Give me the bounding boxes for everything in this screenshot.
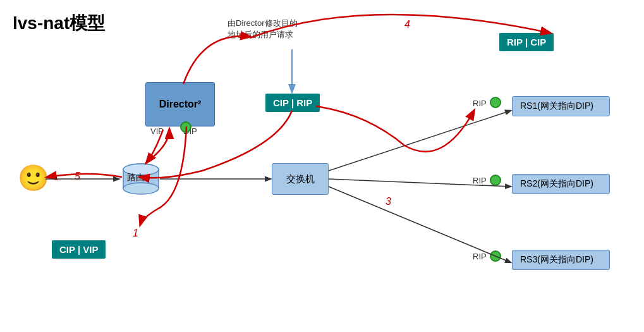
rs3-green-dot	[490, 250, 501, 262]
rip-cip-top-box: RIP | CIP	[499, 33, 554, 51]
label-3: 3	[386, 196, 391, 207]
rs3-box: RS3(网关指向DIP)	[512, 250, 610, 270]
svg-point-4	[123, 183, 159, 194]
director-box: Director²	[145, 82, 215, 126]
rs1-box: RS1(网关指向DIP)	[512, 96, 610, 116]
router-label: 路由	[127, 172, 145, 183]
switch-box: 交换机	[272, 163, 329, 195]
router-shape: 路由	[122, 163, 160, 200]
annotation-text: 由Director修改目的地址后的用户请求	[228, 18, 298, 40]
diagram: lvs-nat模型 由Director修改目的地址后的用户请求 4 RIP | …	[0, 0, 644, 332]
rs1-green-dot	[490, 97, 501, 108]
rs2-green-dot	[490, 175, 501, 186]
label-4: 4	[404, 19, 410, 30]
smiley-icon: 🙂	[18, 163, 49, 193]
rip2-label: RIP	[473, 176, 487, 185]
rip3-label: RIP	[473, 252, 487, 261]
svg-line-9	[329, 111, 511, 171]
svg-line-11	[329, 187, 511, 262]
cip-vip-bot-box: CIP | VIP	[52, 240, 106, 259]
director-green-dot	[180, 121, 191, 133]
label-5: 5	[75, 171, 80, 182]
label-1: 1	[133, 228, 138, 239]
page-title: lvs-nat模型	[13, 11, 105, 35]
rip1-label: RIP	[473, 99, 487, 108]
rs2-box: RS2(网关指向DIP)	[512, 174, 610, 194]
vip-label: VIP	[150, 126, 164, 136]
cip-rip-mid-box: CIP | RIP	[265, 94, 320, 112]
